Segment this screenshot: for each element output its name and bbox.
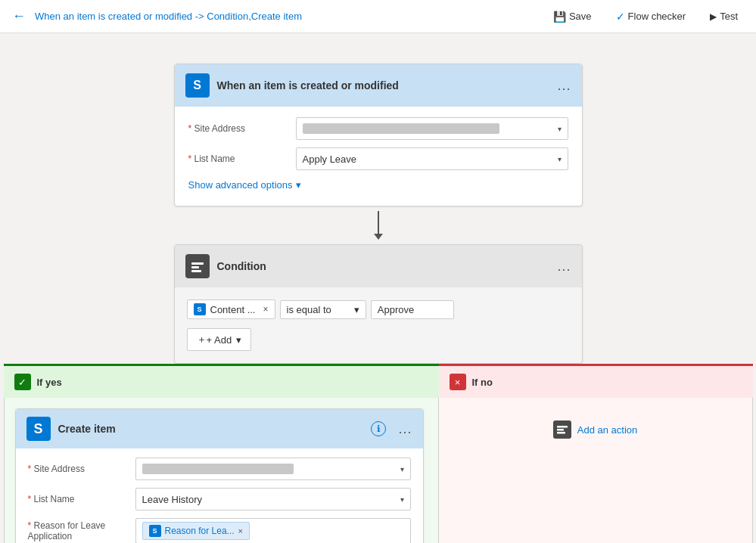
list-name-label: * List Name <box>188 154 287 164</box>
back-button[interactable]: ← <box>12 8 26 24</box>
condition-header: Condition ... <box>175 245 582 287</box>
create-item-card: S Create item ℹ ... * Site Address <box>15 408 424 543</box>
site-address-chevron: ▾ <box>558 125 562 133</box>
site-address-label: * Site Address <box>188 123 287 134</box>
no-branch: Add an action <box>439 398 753 543</box>
canvas-wrapper: S When an item is created or modified ..… <box>4 51 753 543</box>
trigger-card-body: * Site Address ▾ * List Name <box>175 107 582 206</box>
save-icon: 💾 <box>553 11 566 23</box>
trigger-icon: S <box>185 73 210 98</box>
condition-chip[interactable]: S Content ... × <box>187 299 275 319</box>
reason-chip-icon: S <box>149 525 161 537</box>
list-name-select[interactable]: Apply Leave ▾ <box>296 147 568 170</box>
site-address-select[interactable]: ▾ <box>296 117 568 140</box>
trigger-card: S When an item is created or modified ..… <box>174 64 583 206</box>
create-item-more-button[interactable]: ... <box>398 421 412 437</box>
create-item-title: Create item <box>58 423 364 435</box>
if-no-header: × If no <box>439 364 753 398</box>
condition-body: S Content ... × is equal to ▾ Approve ＋ <box>175 287 582 363</box>
reason-chip-remove[interactable]: × <box>238 526 243 535</box>
test-icon: ▶ <box>710 11 717 22</box>
add-chevron: ▾ <box>236 334 241 346</box>
svg-rect-5 <box>557 432 565 434</box>
condition-more-button[interactable]: ... <box>557 259 571 275</box>
condition-icon <box>185 254 210 278</box>
yes-label: If yes <box>37 377 62 388</box>
condition-value-input[interactable]: Approve <box>371 300 454 319</box>
trigger-more-button[interactable]: ... <box>557 78 571 94</box>
flow-title: When an item is created or modified -> C… <box>35 11 541 22</box>
yes-branch: S Create item ℹ ... * Site Address <box>4 398 439 543</box>
create-list-name-row: * List Name Leave History ▾ <box>28 488 411 510</box>
create-site-address-select[interactable]: ▾ <box>135 458 411 480</box>
add-action-icon <box>553 420 571 439</box>
condition-operator-select[interactable]: is equal to ▾ <box>280 300 366 319</box>
reason-chip-label: Reason for Lea... <box>165 526 235 536</box>
list-name-chevron: ▾ <box>558 155 562 163</box>
svg-rect-1 <box>191 266 199 268</box>
create-list-name-select[interactable]: Leave History ▾ <box>135 488 411 510</box>
chip-remove-button[interactable]: × <box>263 304 268 315</box>
chip-icon: S <box>194 303 206 315</box>
test-button[interactable]: ▶ Test <box>704 8 744 25</box>
create-list-name-value: Leave History <box>142 494 202 505</box>
trigger-title: When an item is created or modified <box>217 79 550 92</box>
condition-row: S Content ... × is equal to ▾ Approve <box>187 299 570 319</box>
add-action-button[interactable]: Add an action <box>439 398 752 461</box>
create-site-address-blurred <box>142 464 294 474</box>
arrow-head <box>374 234 383 240</box>
flow-canvas: S When an item is created or modified ..… <box>0 33 756 543</box>
list-name-value: Apply Leave <box>303 154 357 165</box>
list-name-control[interactable]: Apply Leave ▾ <box>296 147 568 170</box>
add-action-label: Add an action <box>577 424 638 436</box>
branch-row: ✓ If yes × If no <box>4 364 753 398</box>
info-button[interactable]: ℹ <box>371 421 386 436</box>
reason-label: * Reason for Leave Application <box>28 520 126 541</box>
top-bar: ← When an item is created or modified ->… <box>0 0 756 33</box>
condition-title: Condition <box>217 260 550 272</box>
chip-label: Content ... <box>210 304 256 315</box>
create-list-name-label: * List Name <box>28 494 126 504</box>
site-address-row: * Site Address ▾ <box>188 117 568 140</box>
check-icon: ✓ <box>616 11 625 23</box>
svg-rect-2 <box>191 270 201 272</box>
create-item-icon: S <box>26 417 51 441</box>
create-item-header: S Create item ℹ ... <box>16 409 423 448</box>
arrow-line <box>378 211 379 234</box>
bottom-section: S Create item ℹ ... * Site Address <box>4 398 753 543</box>
create-site-address-label: * Site Address <box>28 464 126 474</box>
top-bar-actions: 💾 Save ✓ Flow checker ▶ Test <box>547 8 744 26</box>
list-name-row: * List Name Apply Leave ▾ <box>188 147 568 170</box>
create-item-body: * Site Address ▾ <box>16 448 423 543</box>
svg-rect-0 <box>191 262 204 265</box>
create-site-address-row: * Site Address ▾ <box>28 458 411 480</box>
reason-chip: S Reason for Lea... × <box>142 522 250 540</box>
operator-label: is equal to <box>287 304 331 315</box>
no-label: If no <box>472 377 493 388</box>
add-btn[interactable]: ＋ + Add ▾ <box>187 328 252 351</box>
plus-icon: ＋ <box>197 333 207 346</box>
reason-select[interactable]: S Reason for Lea... × <box>135 518 411 543</box>
no-icon: × <box>450 374 466 390</box>
connector-arrow <box>374 211 383 240</box>
show-advanced-button[interactable]: Show advanced options ▾ <box>188 178 568 195</box>
trigger-card-header: S When an item is created or modified ..… <box>175 64 582 107</box>
site-address-blurred <box>303 123 499 134</box>
save-button[interactable]: 💾 Save <box>547 8 598 26</box>
condition-card: Condition ... S Content ... × is equal t… <box>174 244 583 364</box>
yes-icon: ✓ <box>14 374 31 390</box>
operator-chevron: ▾ <box>354 304 359 315</box>
flow-checker-button[interactable]: ✓ Flow checker <box>610 8 692 26</box>
site-address-control[interactable]: ▾ <box>296 117 568 140</box>
add-condition-button[interactable]: ＋ + Add ▾ <box>187 328 570 351</box>
if-yes-header: ✓ If yes <box>4 364 439 398</box>
svg-rect-3 <box>557 426 568 428</box>
reason-row: * Reason for Leave Application S Reason … <box>28 518 411 543</box>
svg-rect-4 <box>557 429 564 431</box>
